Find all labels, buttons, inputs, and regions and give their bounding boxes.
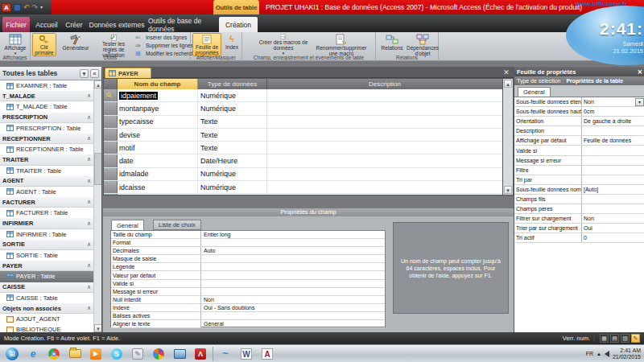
volume-icon[interactable] <box>605 351 609 357</box>
undo-icon[interactable]: ↶ <box>23 4 30 11</box>
property-sheet-close-icon[interactable]: ✕ <box>638 68 642 76</box>
taskbar-icon-messenger[interactable]: ~ <box>215 346 236 362</box>
field-description-cell[interactable] <box>267 142 502 154</box>
field-prop-value[interactable] <box>201 280 385 287</box>
field-description-cell[interactable] <box>267 129 502 141</box>
creer-macros-button[interactable]: </> Créer des macros de données ▾ <box>258 33 308 56</box>
table-prop-value[interactable] <box>582 204 644 213</box>
row-selector[interactable] <box>104 116 118 128</box>
nav-item-infirmier-table[interactable]: INFIRMIER : Table <box>0 229 93 240</box>
field-name-cell[interactable]: idmalade <box>118 168 198 180</box>
row-selector[interactable] <box>104 194 118 195</box>
datasheet-view-icon[interactable]: ▦ <box>600 334 609 343</box>
feuille-proprietes-button[interactable]: Feuille de propriétés <box>192 33 221 56</box>
field-name-cell[interactable]: idcaisse <box>118 181 198 193</box>
property-sheet-tab-general[interactable]: Général <box>518 87 551 97</box>
field-description-cell[interactable] <box>267 154 502 167</box>
taskbar-icon-picasa[interactable] <box>148 346 169 362</box>
index-button[interactable]: ϟ Index <box>223 33 241 56</box>
taskbar-icon-word[interactable]: W <box>236 346 257 362</box>
inserer-lignes-button[interactable]: ⇐ Insérer des lignes <box>135 34 187 41</box>
field-props-tab-liste[interactable]: Liste de choix <box>153 220 201 230</box>
nav-item-ajout-agent[interactable]: AJOUT_AGENT <box>0 314 93 324</box>
field-prop-value[interactable]: Non <box>201 296 385 303</box>
table-prop-value[interactable] <box>582 195 644 204</box>
field-name-cell[interactable]: devise <box>118 129 198 141</box>
field-name-cell[interactable]: idpaiement <box>118 89 198 101</box>
nav-group-t-malade[interactable]: T_MALADE∧ <box>0 91 93 101</box>
field-description-cell[interactable] <box>267 89 502 101</box>
affichage-button[interactable]: Affichage ▾ <box>2 33 28 56</box>
field-name-cell[interactable]: montanpaye <box>118 102 198 114</box>
column-header-type[interactable]: Type de données <box>198 79 267 89</box>
field-props-tab-general[interactable]: Général <box>111 220 144 230</box>
taskbar-icon-chrome[interactable] <box>43 346 64 362</box>
nav-group-payer[interactable]: PAYER∧ <box>0 261 93 271</box>
field-prop-value[interactable] <box>201 255 385 262</box>
tray-clock[interactable]: 2:41 AM 21/02/2015 <box>613 348 641 360</box>
field-row-idpaiement[interactable]: idpaiementNumérique <box>104 89 502 102</box>
field-row-motif[interactable]: motifTexte <box>104 142 502 154</box>
cle-primaire-button[interactable]: Clé primaire <box>32 33 56 56</box>
prop-dropdown-icon[interactable]: ▾ <box>635 98 644 106</box>
grid-vertical-scrollbar[interactable]: ▲ ▼ <box>503 78 514 195</box>
nav-group-infirmier[interactable]: INFIRMIER∧ <box>0 218 93 228</box>
nav-group-caisse[interactable]: CAISSE∧ <box>0 282 93 293</box>
field-prop-value[interactable]: Oui - Sans doublons <box>201 304 385 311</box>
field-type-cell[interactable]: Date/Heure <box>198 154 267 167</box>
field-name-cell[interactable]: motif <box>118 142 198 154</box>
field-row-typecaisse[interactable]: typecaisseTexte <box>104 116 502 129</box>
taskbar-icon-access[interactable]: A <box>257 346 278 362</box>
tab-creation[interactable]: Création <box>219 17 258 32</box>
collapse-chevron-icon[interactable]: ∧ <box>87 135 91 142</box>
row-selector[interactable] <box>104 181 118 193</box>
taskbar-icon-internet-explorer[interactable]: e <box>23 346 43 362</box>
table-prop-value[interactable] <box>582 175 644 184</box>
nav-shutter-icon[interactable]: « <box>90 69 99 78</box>
collapse-chevron-icon[interactable]: ∧ <box>87 241 91 248</box>
field-description-cell[interactable] <box>267 168 502 180</box>
generateur-button[interactable]: Générateur <box>58 33 93 56</box>
nav-scroll-up-icon[interactable]: ▲ <box>94 80 101 88</box>
field-name-cell[interactable] <box>118 194 198 195</box>
taskbar-icon-projector[interactable] <box>169 346 190 362</box>
field-prop-value[interactable] <box>201 239 385 246</box>
field-description-cell[interactable] <box>267 194 502 195</box>
taskbar-icon-explorer[interactable] <box>64 346 85 362</box>
dependances-objet-button[interactable]: Dépendances d'objet <box>407 33 438 56</box>
nav-item-examiner-table[interactable]: EXAMINER : Table <box>0 80 93 91</box>
nav-group-objets-non-associ-s[interactable]: Objets non associés∧ <box>0 303 93 314</box>
field-type-cell[interactable]: Numérique <box>198 102 267 114</box>
table-prop-value[interactable]: [Auto] <box>582 185 644 194</box>
save-icon[interactable] <box>14 4 21 11</box>
nav-item-receptionner-table[interactable]: RECEPTIONNER : Table <box>0 144 93 154</box>
grid-scroll-up-icon[interactable]: ▲ <box>504 80 512 88</box>
field-prop-value[interactable] <box>201 312 385 319</box>
field-prop-value[interactable]: Entier long <box>201 231 385 238</box>
collapse-chevron-icon[interactable]: ∧ <box>87 114 91 121</box>
field-type-cell[interactable]: Numérique <box>198 181 267 193</box>
nav-menu-dropdown-icon[interactable]: ▾ <box>80 69 89 78</box>
nav-group-traiter[interactable]: TRAITER∧ <box>0 154 93 165</box>
tab-outils-bdd[interactable]: Outils de base de données <box>148 17 217 32</box>
collapse-chevron-icon[interactable]: ∧ <box>87 199 91 205</box>
table-prop-value[interactable] <box>582 126 644 135</box>
field-type-cell[interactable]: Texte <box>198 129 267 141</box>
taskbar-icon-media-player[interactable]: ▶ <box>85 346 106 362</box>
tab-creer[interactable]: Créer <box>64 17 84 32</box>
field-prop-value[interactable]: Auto <box>201 247 385 254</box>
collapse-chevron-icon[interactable]: ∧ <box>87 220 91 227</box>
qat-customize-icon[interactable]: ▾ <box>40 4 43 11</box>
collapse-chevron-icon[interactable]: ∧ <box>87 284 91 290</box>
field-type-cell[interactable] <box>198 194 267 195</box>
document-close-icon[interactable]: ✕ <box>502 68 511 77</box>
nav-group-facturer[interactable]: FACTURER∧ <box>0 197 93 208</box>
nav-scrollbar[interactable]: ▲ ▼ <box>93 80 101 332</box>
nav-scroll-down-icon[interactable]: ▼ <box>94 324 101 332</box>
field-row-devise[interactable]: deviseTexte <box>104 129 502 142</box>
field-prop-value[interactable]: Général <box>201 320 385 327</box>
field-description-cell[interactable] <box>267 102 502 114</box>
field-row-idcaisse[interactable]: idcaisseNumérique <box>104 181 502 194</box>
table-prop-value[interactable]: Non <box>582 214 644 223</box>
nav-pane-header[interactable]: Toutes les tables ▾ « <box>0 67 101 80</box>
